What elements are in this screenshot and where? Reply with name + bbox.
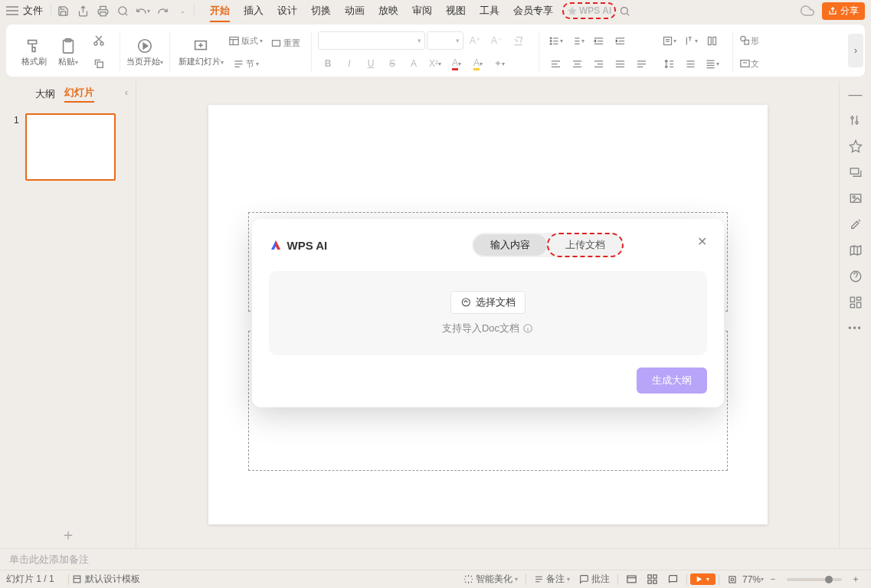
ribbon-expand-icon[interactable]: ›: [848, 34, 863, 67]
mode-input-content[interactable]: 输入内容: [473, 234, 547, 256]
textbox-icon[interactable]: 文: [739, 54, 759, 74]
undo-icon[interactable]: ▾: [133, 1, 152, 21]
beautify-button[interactable]: 智能美化▾: [459, 571, 522, 587]
copy-icon[interactable]: [89, 54, 109, 74]
align-center-icon[interactable]: [567, 54, 587, 74]
align-right-icon[interactable]: [588, 54, 608, 74]
line-spacing-icon[interactable]: [659, 54, 679, 74]
map-icon[interactable]: [847, 242, 864, 259]
star-icon[interactable]: [847, 138, 864, 155]
zoom-slider[interactable]: [787, 578, 842, 581]
reset-button[interactable]: 重置: [270, 34, 300, 54]
close-icon[interactable]: ✕: [697, 234, 707, 249]
shapes-icon[interactable]: 形: [739, 31, 759, 51]
underline-icon[interactable]: U: [361, 54, 381, 74]
collapse-panel-icon[interactable]: ‹: [125, 87, 128, 98]
tab-tools[interactable]: 工具: [473, 1, 506, 21]
layout-button[interactable]: 版式▾: [228, 31, 263, 51]
share-button[interactable]: 分享: [822, 2, 865, 20]
file-menu[interactable]: 文件: [23, 4, 43, 18]
indent-inc-icon[interactable]: [610, 31, 630, 51]
tab-show[interactable]: 放映: [372, 1, 404, 21]
generate-outline-button[interactable]: 生成大纲: [637, 368, 707, 394]
italic-icon[interactable]: I: [339, 54, 359, 74]
distribute-icon[interactable]: [631, 54, 651, 74]
preview-icon[interactable]: [113, 1, 133, 21]
tab-animation[interactable]: 动画: [339, 1, 371, 21]
view-normal-icon[interactable]: [621, 572, 642, 586]
search-icon[interactable]: [614, 1, 634, 21]
image-icon[interactable]: [847, 190, 864, 207]
hamburger-icon[interactable]: [6, 6, 18, 15]
view-reading-icon[interactable]: [663, 572, 683, 586]
print-icon[interactable]: [93, 1, 113, 21]
text-direction-icon[interactable]: ▾: [680, 31, 700, 51]
font-family-select[interactable]: ▾: [318, 31, 425, 50]
zoom-in-icon[interactable]: ＋: [846, 571, 865, 587]
mode-upload-doc[interactable]: 上传文档: [548, 234, 622, 256]
columns-icon[interactable]: [702, 31, 722, 51]
view-sorter-icon[interactable]: [642, 572, 663, 586]
comments-button[interactable]: 批注: [575, 571, 614, 587]
notes-panel[interactable]: 单击此处添加备注: [0, 548, 871, 570]
increase-font-icon[interactable]: A⁺: [465, 31, 485, 51]
tab-outline[interactable]: 大纲: [31, 84, 60, 104]
collapse-right-icon[interactable]: —: [847, 86, 864, 103]
numbering-icon[interactable]: ▾: [567, 31, 587, 51]
help-icon[interactable]: [847, 268, 864, 285]
upload-dropzone[interactable]: 选择文档 支持导入Doc文档: [269, 271, 707, 355]
wps-ai-link[interactable]: WPS AI: [564, 4, 614, 18]
clear-format-icon[interactable]: [508, 31, 528, 51]
decrease-font-icon[interactable]: A⁻: [486, 31, 506, 51]
align-justify-icon[interactable]: [610, 54, 630, 74]
design-template[interactable]: 默认设计模板: [72, 573, 140, 586]
tab-design[interactable]: 设计: [271, 1, 303, 21]
valign-icon[interactable]: ▾: [659, 31, 679, 51]
font-color-icon[interactable]: A▾: [447, 54, 467, 74]
slide-thumbnail[interactable]: 1: [14, 113, 122, 181]
tab-view[interactable]: 视图: [440, 1, 472, 21]
export-icon[interactable]: [73, 1, 93, 21]
effect-icon[interactable]: ✦▾: [490, 54, 509, 74]
tab-slides[interactable]: 幻灯片: [60, 83, 99, 106]
spacing3-icon[interactable]: ▾: [702, 54, 722, 74]
format-painter-button[interactable]: 格式刷: [15, 38, 52, 67]
choose-doc-button[interactable]: 选择文档: [450, 291, 526, 314]
superscript-icon[interactable]: X²▾: [425, 54, 445, 74]
save-icon[interactable]: [53, 1, 73, 21]
highlight-icon[interactable]: A▾: [468, 54, 488, 74]
cut-icon[interactable]: [89, 31, 109, 51]
zoom-out-icon[interactable]: －: [764, 571, 782, 587]
from-current-button[interactable]: 当页开始▾: [126, 38, 163, 67]
new-slide-button[interactable]: 新建幻灯片▾: [176, 38, 225, 67]
font-size-select[interactable]: ▾: [427, 31, 463, 50]
paste-button[interactable]: 粘贴▾: [55, 38, 81, 67]
slide-editor[interactable]: WPS AI 输入内容 上传文档 ✕ 选择文档 支持导入Doc文档: [136, 81, 839, 548]
tools-icon[interactable]: [847, 216, 864, 233]
section-button[interactable]: 节▾: [228, 54, 263, 74]
tab-transition[interactable]: 切换: [305, 1, 337, 21]
more-icon[interactable]: •••: [847, 320, 864, 337]
zoom-percent[interactable]: 77%: [742, 574, 761, 585]
shadow-icon[interactable]: A: [404, 54, 424, 74]
tab-member[interactable]: 会员专享: [507, 1, 559, 21]
tab-review[interactable]: 审阅: [406, 1, 438, 21]
fit-icon[interactable]: [722, 573, 742, 586]
tab-start[interactable]: 开始: [204, 1, 236, 21]
align-left-icon[interactable]: [545, 54, 565, 74]
template-icon[interactable]: [847, 164, 864, 181]
spacing2-icon[interactable]: [680, 54, 700, 74]
bullets-icon[interactable]: ▾: [545, 31, 565, 51]
indent-dec-icon[interactable]: [588, 31, 608, 51]
info-icon[interactable]: [522, 323, 533, 334]
more-quick-icon[interactable]: ⌄: [172, 1, 192, 21]
play-button[interactable]: ▾: [690, 573, 715, 585]
cloud-icon[interactable]: [801, 4, 814, 18]
add-slide-button[interactable]: ＋: [0, 521, 136, 548]
thumbnail-preview[interactable]: [25, 113, 116, 181]
redo-icon[interactable]: [152, 1, 172, 21]
strike-icon[interactable]: S: [382, 54, 402, 74]
notes-button[interactable]: 备注▾: [529, 571, 575, 587]
bold-icon[interactable]: B: [318, 54, 338, 74]
layout-icon[interactable]: [847, 294, 864, 311]
